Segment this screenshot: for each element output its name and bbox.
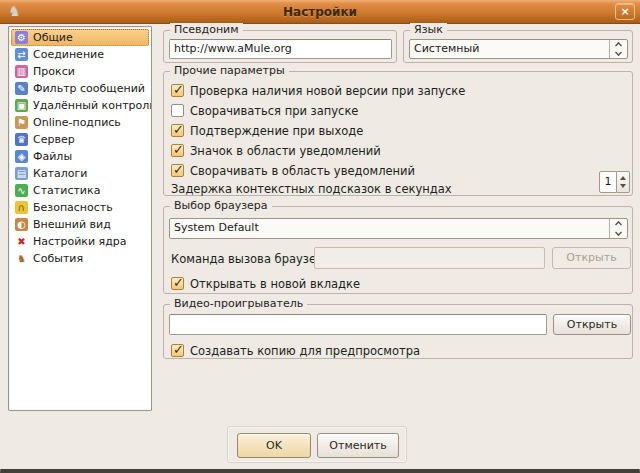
dialog-body: ⚙ Общие ⇄ Соединение ▥ Прокси ✎ Фильтр с… [0, 24, 640, 469]
close-button[interactable]: × [615, 3, 635, 20]
checkbox-label: Сворачиваться при запуске [190, 104, 358, 118]
checkbox-box[interactable] [171, 124, 184, 137]
sidebar-item-label: Безопасность [33, 200, 113, 216]
checkbox-label: Подтверждение при выходе [190, 124, 363, 138]
browser-frame-label: Выбор браузера [170, 199, 272, 213]
checkbox-minimize-on-start[interactable]: Сворачиваться при запуске [171, 103, 358, 118]
checkbox-label: Сворачивать в область уведомлений [190, 164, 415, 178]
spin-down-icon[interactable] [620, 184, 626, 188]
settings-dialog: ♞ Настройки × ⚙ Общие ⇄ Соединение ▥ Про… [0, 0, 640, 473]
checkbox-version-check[interactable]: Проверка наличия новой версии при запуск… [171, 83, 465, 98]
sidebar-item-label: Фильтр сообщений [33, 81, 145, 97]
palette-icon: ◐ [15, 218, 28, 231]
checkbox-box[interactable] [171, 144, 184, 157]
connection-icon: ⇄ [15, 48, 28, 61]
chart-icon: ∿ [15, 184, 28, 197]
sidebar-item-online-signature[interactable]: ⚑ Online-подпись [11, 114, 149, 131]
sidebar-item-events[interactable]: ♞ События [11, 250, 149, 267]
browser-selected-value: System Default [174, 221, 259, 234]
chevron-updown-icon[interactable] [609, 40, 627, 58]
checkbox-label: Значок в области уведомлений [190, 144, 381, 158]
sidebar-item-label: Прокси [33, 64, 75, 80]
checkbox-minimize-to-tray[interactable]: Сворачивать в область уведомлений [171, 163, 415, 178]
checkbox-box[interactable] [171, 344, 184, 357]
tooltip-delay-value[interactable]: 1 [599, 171, 617, 193]
checkbox-open-new-tab[interactable]: Открывать в новой вкладке [171, 276, 360, 291]
video-player-frame-label: Видео-проигрыватель [170, 297, 307, 311]
sidebar-item-message-filter[interactable]: ✎ Фильтр сообщений [11, 80, 149, 97]
sidebar-item-general[interactable]: ⚙ Общие [11, 29, 149, 46]
sidebar-item-server[interactable]: ♛ Сервер [11, 131, 149, 148]
sidebar-item-remote-control[interactable]: ▣ Удалённый контроль [11, 97, 149, 114]
browser-command-input [314, 247, 545, 269]
sidebar-item-statistics[interactable]: ∿ Статистика [11, 182, 149, 199]
video-player-frame: Видео-проигрыватель Открыть Создавать ко… [163, 304, 633, 359]
category-list: ⚙ Общие ⇄ Соединение ▥ Прокси ✎ Фильтр с… [8, 26, 152, 411]
sidebar-item-label: События [33, 251, 83, 267]
sidebar-item-files[interactable]: ◈ Файлы [11, 148, 149, 165]
browser-command-open-button: Открыть [552, 247, 631, 269]
browser-command-label: Команда вызова браузера: [171, 252, 334, 266]
spinner-arrows[interactable] [617, 171, 630, 193]
checkbox-box[interactable] [171, 84, 184, 97]
misc-frame: Прочие параметры Проверка наличия новой … [163, 71, 633, 196]
misc-frame-label: Прочие параметры [170, 64, 289, 78]
remote-control-icon: ▣ [15, 99, 28, 112]
browser-frame: Выбор браузера System Default Команда вы… [163, 206, 633, 294]
video-player-open-button[interactable]: Открыть [553, 314, 631, 335]
sidebar-item-label: Удалённый контроль [33, 98, 152, 114]
checkbox-confirm-exit[interactable]: Подтверждение при выходе [171, 123, 363, 138]
checkbox-tray-icon[interactable]: Значок в области уведомлений [171, 143, 381, 158]
lock-icon: ∩ [15, 201, 28, 214]
folder-icon: ▤ [15, 167, 28, 180]
sidebar-item-label: Настройки ядра [33, 234, 127, 250]
sidebar-item-proxy[interactable]: ▥ Прокси [11, 63, 149, 80]
cancel-button[interactable]: Отменить [317, 433, 399, 458]
close-icon: × [620, 5, 629, 18]
checkbox-label: Проверка наличия новой версии при запуск… [190, 84, 465, 98]
sidebar-item-folders[interactable]: ▤ Каталоги [11, 165, 149, 182]
checkbox-label: Создавать копию для предпросмотра [190, 344, 420, 358]
action-area: OK Отменить [227, 426, 407, 463]
titlebar[interactable]: ♞ Настройки × [0, 0, 640, 24]
sidebar-item-security[interactable]: ∩ Безопасность [11, 199, 149, 216]
nickname-frame: Псевдоним http://www.aMule.org [163, 30, 397, 63]
browser-select[interactable]: System Default [169, 218, 628, 239]
message-filter-icon: ✎ [15, 82, 28, 95]
sidebar-item-label: Online-подпись [33, 115, 121, 131]
tooltip-delay-spinner[interactable]: 1 [599, 171, 630, 193]
checkbox-box[interactable] [171, 277, 184, 290]
online-signature-icon: ⚑ [15, 116, 28, 129]
checkbox-box[interactable] [171, 104, 184, 117]
video-player-input[interactable] [169, 314, 547, 335]
sidebar-item-label: Общие [33, 30, 73, 46]
nickname-frame-label: Псевдоним [170, 23, 243, 37]
spin-up-icon[interactable] [620, 176, 626, 180]
proxy-icon: ▥ [15, 65, 28, 78]
sidebar-item-core-settings[interactable]: ✖ Настройки ядра [11, 233, 149, 250]
sidebar-item-label: Сервер [33, 132, 75, 148]
language-frame-label: Язык [410, 23, 447, 37]
sidebar-item-appearance[interactable]: ◐ Внешний вид [11, 216, 149, 233]
checkbox-box[interactable] [171, 164, 184, 177]
gear-icon: ⚙ [15, 31, 28, 44]
checkbox-create-preview-copy[interactable]: Создавать копию для предпросмотра [171, 343, 420, 358]
nickname-input[interactable]: http://www.aMule.org [169, 39, 392, 59]
sidebar-item-label: Статистика [33, 183, 100, 199]
events-icon: ♞ [15, 252, 28, 265]
language-select[interactable]: Системный [409, 39, 628, 59]
sidebar-item-label: Каталоги [33, 166, 87, 182]
chevron-updown-icon[interactable] [609, 219, 627, 238]
window-title: Настройки [0, 0, 640, 24]
files-icon: ◈ [15, 150, 28, 163]
language-selected-value: Системный [414, 42, 479, 55]
ok-button[interactable]: OK [237, 433, 311, 458]
sidebar-item-label: Соединение [33, 47, 104, 63]
server-icon: ♛ [15, 133, 28, 146]
tooltip-delay-label: Задержка контекстных подсказок в секунда… [171, 182, 452, 196]
sidebar-item-label: Файлы [33, 149, 72, 165]
sidebar-item-connection[interactable]: ⇄ Соединение [11, 46, 149, 63]
checkbox-label: Открывать в новой вкладке [190, 277, 360, 291]
red-x-icon: ✖ [15, 235, 28, 248]
language-frame: Язык Системный [403, 30, 633, 63]
